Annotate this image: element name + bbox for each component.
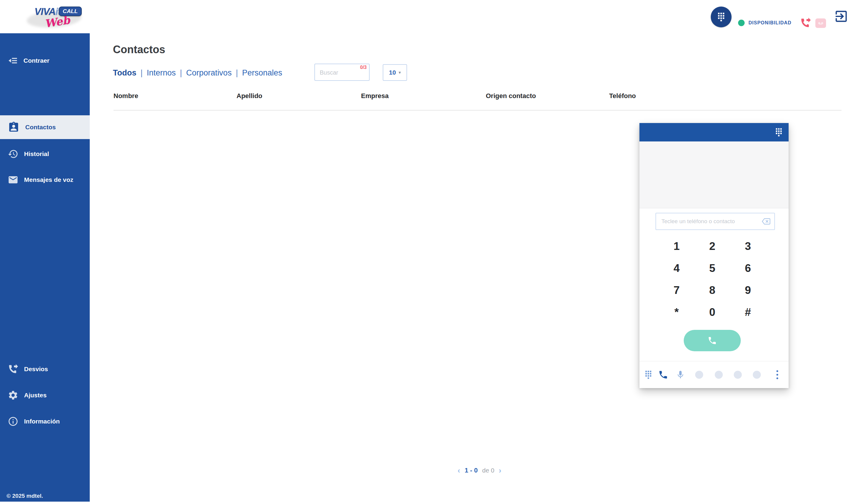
dialpad-key-hash[interactable]: # [730,301,766,323]
pagination: ‹ 1 - 0 de 0 › [458,467,501,474]
webcall-version-line: WebCall. V. 2.3.0 [6,501,51,504]
pagination-total: de 0 [482,467,494,474]
phone-forward-icon [8,364,18,374]
dialpad-key-1[interactable]: 1 [659,235,694,257]
sidebar: Contraer Contactos Historial Mensajes de… [0,33,90,502]
sidebar-item-informacion[interactable]: Información [0,411,90,432]
dial-input-box [655,213,775,230]
page-size-value: 10 [389,69,396,76]
dialpad-key-9[interactable]: 9 [730,279,766,301]
call-forward-icon[interactable] [800,17,811,29]
sidebar-item-label: Historial [24,150,49,158]
webcall-app: { "app": { "logo": { "viva": "VIVA", "it… [0,0,851,504]
softphone-toolbar [639,361,789,388]
sidebar-collapse-button[interactable]: Contraer [0,52,90,69]
copyright-line: © 2025 mdtel. [6,491,51,501]
app-logo: VIVAit CALL Web [26,2,83,32]
filter-tab-internos[interactable]: Internos [147,68,176,77]
column-header-origen-contacto: Origen contacto [486,92,536,100]
sidebar-item-historial[interactable]: Historial [0,143,90,165]
availability-status-dot [738,20,745,26]
dialpad-fab-button[interactable] [711,6,731,27]
dial-number-input[interactable] [661,218,759,225]
chevron-down-icon: ▾ [398,70,401,75]
toolbar-microphone-icon[interactable] [676,370,685,379]
sidebar-item-contactos[interactable]: Contactos [0,115,90,139]
dialpad-key-8[interactable]: 8 [694,279,730,301]
toolbar-phone-icon[interactable] [658,370,668,380]
pagination-range: 1 - 0 [465,467,478,474]
contact-search-input[interactable] [319,64,356,81]
sidebar-item-desvios[interactable]: Desvios [0,358,90,380]
toolbar-disabled-action-1 [695,371,703,379]
sidebar-item-label: Mensajes de voz [24,176,73,183]
version-info: © 2025 mdtel. WebCall. V. 2.3.0 FonBO. V… [6,491,51,504]
search-char-counter: 0/3 [360,65,367,70]
column-header-telefono: Teléfono [609,92,636,100]
voicemail-disabled-button[interactable] [815,18,826,28]
sidebar-item-label: Desvios [24,365,48,373]
sidebar-item-ajustes[interactable]: Ajustes [0,384,90,406]
filter-separator: | [180,68,182,77]
more-options-icon[interactable] [776,370,778,379]
sidebar-collapse-label: Contraer [23,57,50,64]
toolbar-disabled-action-3 [734,371,742,379]
pagination-prev-button[interactable]: ‹ [458,467,460,474]
sidebar-item-mensajes-de-voz[interactable]: Mensajes de voz [0,169,90,191]
logout-icon[interactable] [834,9,849,24]
dialpad-key-3[interactable]: 3 [730,235,766,257]
backspace-icon[interactable] [761,217,771,226]
dialpad-key-0[interactable]: 0 [694,301,730,323]
softphone-call-display [639,141,789,208]
filter-separator: | [236,68,238,77]
page-title: Contactos [113,43,165,56]
sidebar-item-label: Ajustes [24,392,47,399]
page-size-select[interactable]: 10 ▾ [383,64,407,81]
toolbar-disabled-action-4 [753,371,761,379]
filter-tab-todos[interactable]: Todos [113,68,137,77]
info-icon [8,416,18,427]
dialpad-key-6[interactable]: 6 [730,257,766,279]
dialpad-keys: 1 2 3 4 5 6 7 8 9 * 0 # [659,235,766,323]
filter-tab-corporativos[interactable]: Corporativos [186,68,232,77]
call-button[interactable] [684,330,741,351]
dialpad-icon[interactable] [774,127,784,137]
column-header-apellido: Apellido [236,92,262,100]
availability-label[interactable]: DISPONIBILIDAD [748,20,792,25]
top-header: VIVAit CALL Web DISPONIBILIDAD [0,0,851,33]
softphone-panel: 1 2 3 4 5 6 7 8 9 * 0 # [639,123,789,388]
dialpad-icon [716,12,726,22]
envelope-icon [8,175,18,185]
dialpad-key-2[interactable]: 2 [694,235,730,257]
filter-separator: | [141,68,143,77]
contact-search-box: 0/3 [314,64,369,81]
dialpad-key-4[interactable]: 4 [659,257,694,279]
sidebar-item-label: Contactos [25,124,56,131]
column-header-empresa: Empresa [361,92,388,100]
history-icon [8,149,18,159]
table-header-divider [113,110,841,111]
toolbar-dialpad-icon[interactable] [643,370,653,380]
column-header-nombre: Nombre [113,92,138,100]
filter-tab-personales[interactable]: Personales [242,68,282,77]
gear-icon [8,390,18,401]
collapse-menu-icon [8,56,18,66]
softphone-header[interactable] [639,123,789,141]
sidebar-item-label: Información [24,418,60,425]
dialpad-key-star[interactable]: * [659,301,694,323]
phone-icon [707,336,717,345]
voicemail-icon [817,20,824,27]
contact-filter-tabs: Todos | Internos | Corporativos | Person… [113,68,282,77]
dialpad-key-5[interactable]: 5 [694,257,730,279]
toolbar-disabled-action-2 [715,371,723,379]
contacts-icon [8,121,20,133]
pagination-next-button[interactable]: › [499,467,502,474]
dialpad-key-7[interactable]: 7 [659,279,694,301]
